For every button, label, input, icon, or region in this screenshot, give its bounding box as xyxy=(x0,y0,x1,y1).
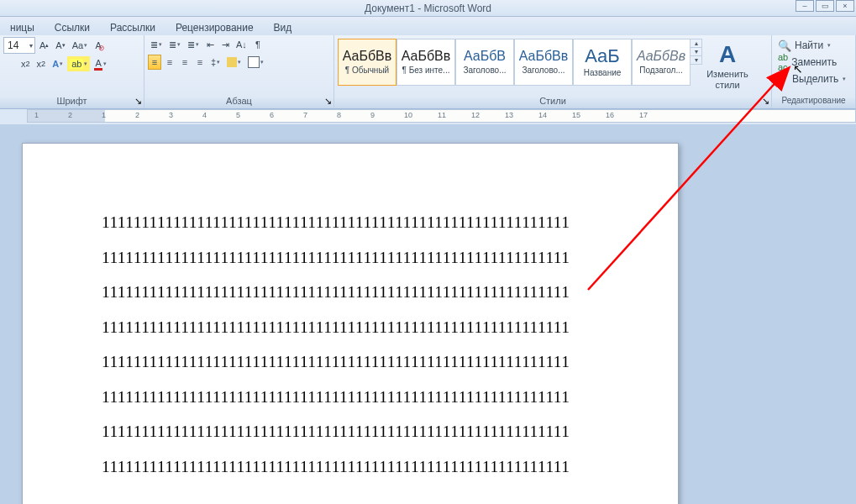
minimize-button[interactable]: – xyxy=(796,0,814,12)
window-controls: – ▭ × xyxy=(796,0,854,12)
style-name: Заголово... xyxy=(521,66,567,75)
horizontal-ruler[interactable]: 121234567891011121314151617 xyxy=(27,109,856,123)
borders-button[interactable]: ▾ xyxy=(245,55,266,70)
ribbon-tabs: ницы Ссылки Рассылки Рецензирование Вид xyxy=(0,17,856,35)
change-styles-icon: A xyxy=(715,42,740,67)
style-item-5[interactable]: АаБбВвПодзагол... xyxy=(632,39,691,86)
document-line[interactable]: 1111111111111111111111111111111111111111… xyxy=(102,354,678,370)
document-line[interactable]: 1111111111111111111111111111111111111111… xyxy=(102,319,678,336)
subscript-button[interactable]: x2 xyxy=(18,56,33,71)
title-bar: Документ1 - Microsoft Word – ▭ × xyxy=(0,0,856,17)
maximize-button[interactable]: ▭ xyxy=(816,0,834,12)
tab-view[interactable]: Вид xyxy=(264,19,302,35)
clear-format-button[interactable]: A⊘ xyxy=(92,38,105,53)
document-line[interactable]: 1111111111111111111111111111111111111111… xyxy=(102,249,678,266)
style-name: Заголово... xyxy=(462,66,508,75)
style-sample: АаБбВв xyxy=(519,50,569,63)
highlight-button[interactable]: ab▾ xyxy=(67,56,90,71)
shrink-font-button[interactable]: A▾ xyxy=(53,38,67,53)
bullets-button[interactable]: ≣▾ xyxy=(148,37,165,52)
styles-dialog-launcher[interactable]: ↘ xyxy=(762,96,769,107)
ruler-area: 121234567891011121314151617 xyxy=(0,109,856,124)
style-item-1[interactable]: АаБбВв¶ Без инте... xyxy=(396,39,455,86)
tab-references[interactable]: Ссылки xyxy=(45,19,100,35)
select-label: Выделить xyxy=(792,73,838,85)
style-sample: АаБбВ xyxy=(464,50,506,63)
indent-increase-button[interactable]: ⇥ xyxy=(218,37,232,52)
styles-scroll: ▴ ▾ ▾ xyxy=(691,39,702,65)
group-editing: 🔍 Найти ▾ abac Заменить ⭡ Выделить ▾ Ред… xyxy=(772,35,856,108)
find-button[interactable]: 🔍 Найти ▾ xyxy=(774,37,853,54)
line-spacing-button[interactable]: ‡▾ xyxy=(208,55,223,70)
numbering-button[interactable]: ≣▾ xyxy=(166,37,183,52)
style-name: Подзагол... xyxy=(638,66,684,75)
style-sample: АаБбВв xyxy=(343,50,392,63)
select-button[interactable]: ⭡ Выделить ▾ xyxy=(774,71,853,87)
cursor-icon: ⭡ xyxy=(778,73,789,86)
show-marks-button[interactable]: ¶ xyxy=(251,37,265,52)
replace-button[interactable]: abac Заменить xyxy=(774,54,853,71)
grow-font-button[interactable]: A▴ xyxy=(37,38,51,53)
style-name: Название xyxy=(582,68,623,77)
align-center-button[interactable]: ≡ xyxy=(163,55,176,70)
close-button[interactable]: × xyxy=(836,0,854,12)
style-item-4[interactable]: АаБНазвание xyxy=(573,39,632,86)
group-font: 14 A▴ A▾ Aa▾ A⊘ Ж x2 x2 A▾ ab▾ A▾ Шрифт … xyxy=(0,35,144,108)
paragraph-dialog-launcher[interactable]: ↘ xyxy=(324,96,332,107)
text-effects-button[interactable]: A▾ xyxy=(50,56,66,71)
group-paragraph: ≣▾ ≣▾ ≣▾ ⇤ ⇥ A↓ ¶ ≡ ≡ ≡ ≡ ‡▾ ▾ ▾ xyxy=(144,35,334,108)
style-item-2[interactable]: АаБбВЗаголово... xyxy=(455,39,514,86)
tab-mailings[interactable]: Рассылки xyxy=(100,19,165,35)
style-sample: АаБбВв xyxy=(402,50,451,63)
font-dialog-launcher[interactable]: ↘ xyxy=(134,96,142,107)
style-item-0[interactable]: АаБбВв¶ Обычный xyxy=(338,39,396,86)
document-line[interactable]: 1111111111111111111111111111111111111111… xyxy=(102,423,678,440)
change-styles-button[interactable]: A Изменить стили xyxy=(706,39,749,94)
group-paragraph-label: Абзац xyxy=(144,96,333,108)
style-sample: АаБ xyxy=(585,47,620,66)
superscript-button[interactable]: x2 xyxy=(34,56,49,71)
document-line[interactable]: 1111111111111111111111111111111111111111… xyxy=(102,284,678,301)
styles-expand[interactable]: ▾ xyxy=(691,56,701,64)
align-right-button[interactable]: ≡ xyxy=(178,55,192,70)
styles-gallery[interactable]: АаБбВв¶ ОбычныйАаБбВв¶ Без инте...АаБбВЗ… xyxy=(338,39,691,86)
replace-label: Заменить xyxy=(791,56,837,68)
justify-button[interactable]: ≡ xyxy=(193,55,207,70)
multilevel-button[interactable]: ≣▾ xyxy=(185,37,202,52)
styles-scroll-up[interactable]: ▴ xyxy=(691,39,701,48)
indent-decrease-button[interactable]: ⇤ xyxy=(203,37,217,52)
document-area: 1111111111111111111111111111111111111111… xyxy=(0,124,856,504)
group-font-label: Шрифт xyxy=(0,96,144,108)
window-title: Документ1 - Microsoft Word xyxy=(365,3,491,14)
styles-scroll-down[interactable]: ▾ xyxy=(691,48,701,56)
group-editing-label: Редактирование xyxy=(772,96,855,108)
page[interactable]: 1111111111111111111111111111111111111111… xyxy=(22,143,679,504)
style-name: ¶ Без инте... xyxy=(401,66,452,75)
style-name: ¶ Обычный xyxy=(344,66,391,75)
ribbon: 14 A▴ A▾ Aa▾ A⊘ Ж x2 x2 A▾ ab▾ A▾ Шрифт … xyxy=(0,35,856,109)
style-item-3[interactable]: АаБбВвЗаголово... xyxy=(514,39,573,86)
sort-button[interactable]: A↓ xyxy=(234,37,249,52)
group-styles-label: Стили xyxy=(334,96,771,108)
style-sample: АаБбВв xyxy=(637,50,685,63)
tab-pages[interactable]: ницы xyxy=(0,19,45,35)
tab-review[interactable]: Рецензирование xyxy=(165,19,264,35)
document-line[interactable]: 1111111111111111111111111111111111111111… xyxy=(102,389,678,406)
change-styles-label: Изменить стили xyxy=(706,69,748,90)
font-size-select[interactable]: 14 xyxy=(3,37,35,54)
replace-icon: abac xyxy=(778,52,788,72)
document-line[interactable]: 1111111111111111111111111111111111111111… xyxy=(102,459,678,475)
shading-button[interactable]: ▾ xyxy=(224,55,244,70)
change-case-button[interactable]: Aa▾ xyxy=(70,38,90,53)
align-left-button[interactable]: ≡ xyxy=(148,55,161,70)
font-color-button[interactable]: A▾ xyxy=(92,56,108,71)
binoculars-icon: 🔍 xyxy=(778,39,791,52)
document-line[interactable]: 1111111111111111111111111111111111111111… xyxy=(102,214,678,231)
find-label: Найти xyxy=(795,39,823,51)
group-styles: АаБбВв¶ ОбычныйАаБбВв¶ Без инте...АаБбВЗ… xyxy=(334,35,772,108)
